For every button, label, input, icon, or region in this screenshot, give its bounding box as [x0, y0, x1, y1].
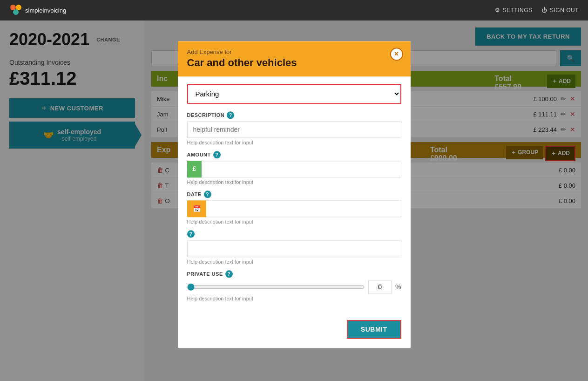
percent-symbol: % — [395, 283, 401, 291]
settings-link[interactable]: ⚙ SETTINGS — [495, 7, 533, 14]
svg-point-1 — [16, 5, 21, 10]
amount-input[interactable] — [202, 161, 401, 177]
mystery-help-icon[interactable]: ? — [187, 230, 195, 238]
private-use-help-text: Help description text for input — [187, 296, 401, 301]
private-use-slider[interactable] — [187, 283, 365, 291]
svg-point-0 — [10, 5, 16, 10]
signout-link[interactable]: ⏻ SIGN OUT — [541, 7, 579, 14]
date-picker-button[interactable]: 📅 — [187, 200, 206, 217]
submit-button[interactable]: SUBMIT — [347, 320, 401, 339]
description-input[interactable] — [187, 121, 401, 138]
amount-help-icon[interactable]: ? — [213, 151, 221, 158]
date-help-icon[interactable]: ? — [204, 190, 211, 198]
modal-header-sub: Add Expense for — [187, 48, 401, 55]
date-label: DATE ? — [187, 190, 401, 198]
modal-close-button[interactable]: × — [390, 48, 403, 61]
logo: simpleinvoicing — [9, 4, 66, 17]
add-expense-modal: Add Expense for Car and other vehicles ×… — [178, 41, 411, 348]
mystery-help-text: Help description text for input — [187, 259, 401, 265]
main-container: 2020-2021 CHANGE Outstanding Invoices £3… — [0, 20, 588, 381]
settings-icon: ⚙ — [495, 7, 500, 14]
date-input[interactable] — [206, 200, 401, 217]
modal-header: Add Expense for Car and other vehicles × — [178, 41, 411, 76]
modal-footer: SUBMIT — [178, 314, 411, 348]
description-help-text: Help description text for input — [187, 140, 401, 145]
description-label: DESCRIPTION ? — [187, 111, 401, 119]
private-use-row: % — [187, 280, 401, 294]
modal-header-title: Car and other vehicles — [187, 57, 401, 69]
expense-type-select[interactable]: Parking Fuel Insurance Repairs Other — [188, 85, 400, 103]
logo-text: simpleinvoicing — [25, 7, 66, 14]
expense-type-dropdown-wrapper: Parking Fuel Insurance Repairs Other — [187, 84, 401, 104]
amount-wrapper: £ — [187, 161, 401, 177]
currency-prefix: £ — [187, 161, 202, 177]
date-help-text: Help description text for input — [187, 219, 401, 225]
topnav-actions: ⚙ SETTINGS ⏻ SIGN OUT — [495, 7, 579, 14]
description-help-icon[interactable]: ? — [227, 111, 234, 119]
modal-body: Parking Fuel Insurance Repairs Other DES… — [178, 76, 411, 314]
svg-point-2 — [13, 9, 19, 15]
mystery-input[interactable] — [187, 240, 401, 257]
power-icon: ⏻ — [541, 7, 547, 14]
private-use-percent-input[interactable] — [368, 280, 392, 294]
amount-label: AMOUNT ? — [187, 151, 401, 158]
amount-help-text: Help description text for input — [187, 179, 401, 185]
private-use-label: PRIVATE USE ? — [187, 270, 401, 278]
private-use-help-icon[interactable]: ? — [225, 270, 233, 278]
logo-icon — [9, 4, 22, 17]
top-navigation: simpleinvoicing ⚙ SETTINGS ⏻ SIGN OUT — [0, 0, 588, 20]
date-wrapper: 📅 — [187, 200, 401, 217]
